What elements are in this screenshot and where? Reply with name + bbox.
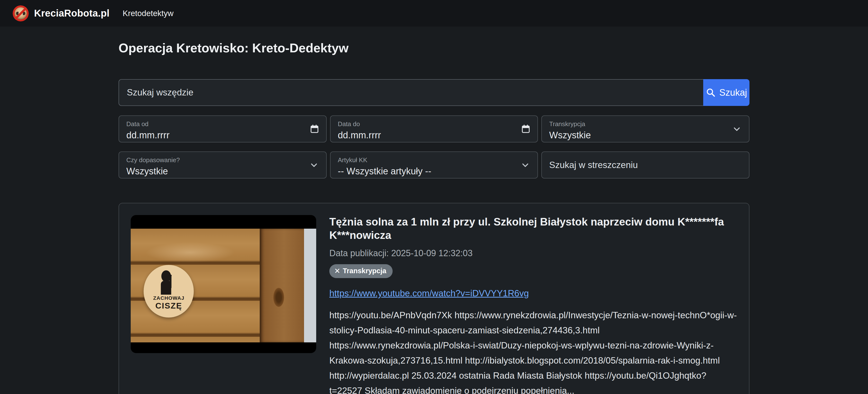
search-icon <box>706 87 716 98</box>
result-content: Tężnia solna za 1 mln zł przy ul. Szkoln… <box>329 215 738 394</box>
match-label: Czy dopasowanie? <box>126 156 319 164</box>
shush-silhouette-icon <box>156 269 181 295</box>
result-title: Tężnia solna za 1 mln zł przy ul. Szkoln… <box>329 215 738 242</box>
article-value: -- Wszystkie artykuły -- <box>338 166 530 177</box>
transcription-value: Wszystkie <box>549 130 742 141</box>
page-title: Operacja Kretowisko: Kreto-Dedektyw <box>119 41 749 55</box>
calendar-icon[interactable] <box>521 124 531 134</box>
summary-search-input[interactable] <box>549 152 742 178</box>
article-label: Artykuł KK <box>338 156 530 164</box>
date-from-value: dd.mm.rrrr <box>126 130 319 141</box>
summary-search-field <box>541 151 749 179</box>
chevron-down-icon <box>732 124 742 134</box>
nav-item-kretodetektyw[interactable]: Kretodetektyw <box>123 9 174 18</box>
wood-knot <box>273 288 284 307</box>
youtube-watch-link[interactable]: https://www.youtube.com/watch?v=iDVVYY1R… <box>329 288 529 299</box>
calendar-icon[interactable] <box>310 124 319 134</box>
date-to-value: dd.mm.rrrr <box>338 130 530 141</box>
filter-grid: Data od dd.mm.rrrr Data do dd.mm.rrrr <box>119 115 749 179</box>
transcription-select[interactable]: Transkrypcja Wszystkie <box>541 115 749 143</box>
main-content: Operacja Kretowisko: Kreto-Dedektyw Szuk… <box>119 41 749 394</box>
brand-title[interactable]: KreciaRobota.pl <box>34 8 110 19</box>
search-button[interactable]: Szukaj <box>703 79 749 106</box>
result-card: ZACHOWAJ CISZĘ Tężnia solna za 1 mln zł … <box>119 203 749 394</box>
search-button-label: Szukaj <box>719 87 747 98</box>
thumbnail-photo: ZACHOWAJ CISZĘ <box>131 229 316 342</box>
date-to-field[interactable]: Data do dd.mm.rrrr <box>330 115 538 143</box>
transcription-badge[interactable]: ✕ Transkrypcja <box>329 264 393 278</box>
search-bar: Szukaj <box>119 79 749 106</box>
chevron-down-icon <box>520 160 531 171</box>
match-select[interactable]: Czy dopasowanie? Wszystkie <box>119 151 327 179</box>
article-select[interactable]: Artykuł KK -- Wszystkie artykuły -- <box>330 151 538 179</box>
badge-label: Transkrypcja <box>343 267 386 275</box>
sign-text-line2: CISZĘ <box>155 301 182 310</box>
brand[interactable]: KreciaRobota.pl <box>13 5 110 22</box>
publish-date: Data publikacji: 2025-10-09 12:32:03 <box>329 248 472 259</box>
date-to-label: Data do <box>338 120 530 128</box>
result-excerpt: https://youtu.be/APnbVqdn7Xk https://www… <box>329 308 738 394</box>
silence-sign: ZACHOWAJ CISZĘ <box>144 265 194 317</box>
badge-close-icon[interactable]: ✕ <box>334 267 340 275</box>
date-from-label: Data od <box>126 120 319 128</box>
navbar: KreciaRobota.pl Kretodetektyw <box>0 0 868 27</box>
video-thumbnail[interactable]: ZACHOWAJ CISZĘ <box>131 215 316 353</box>
match-value: Wszystkie <box>126 166 319 177</box>
chevron-down-icon <box>309 160 319 171</box>
wood-grain <box>146 242 235 263</box>
brand-logo-icon <box>13 5 29 22</box>
sign-text-line1: ZACHOWAJ <box>153 295 184 301</box>
date-from-field[interactable]: Data od dd.mm.rrrr <box>119 115 327 143</box>
transcription-label: Transkrypcja <box>549 120 742 128</box>
vertical-plank <box>260 229 304 342</box>
wall-strip <box>304 229 316 342</box>
search-input[interactable] <box>119 79 703 106</box>
